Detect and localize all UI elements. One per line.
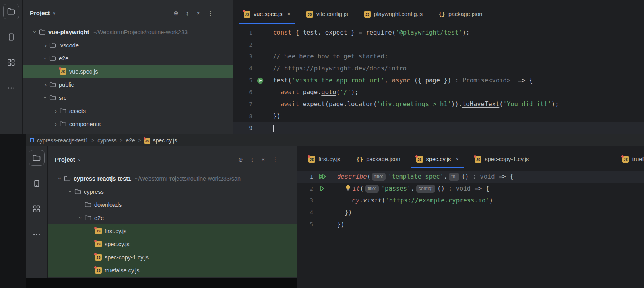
tool-button-project-folder[interactable] [3, 4, 19, 19]
tree-item-src[interactable]: ›src [23, 91, 233, 104]
tab-spec-copy-1.cy.js[interactable]: JSspec-copy-1.cy.js [467, 146, 537, 168]
line-number: 4 [233, 65, 252, 72]
tree-item-label: vue-playwright [48, 29, 89, 35]
chevron-open-icon[interactable]: › [32, 28, 39, 36]
tool-button-modules[interactable] [3, 54, 19, 70]
tree-item-spec.cy.js[interactable]: JSspec.cy.js [48, 237, 297, 251]
gutter-run-test[interactable] [252, 77, 268, 84]
code-line-5[interactable]: 5}) [297, 218, 644, 230]
bottom-code-editor[interactable]: 1describe(title:'template spec',fn:() : … [297, 168, 644, 288]
tree-item-cypress-reactjs-test1[interactable]: ›cypress-reactjs-test1~/WebstormProjects… [48, 172, 297, 185]
breadcrumb-item-e2e[interactable]: e2e [126, 137, 135, 144]
chevron-closed-icon[interactable]: › [42, 42, 49, 49]
tab-vue.spec.js[interactable]: JSvue.spec.js× [236, 0, 299, 24]
tree-item-first.cy.js[interactable]: JSfirst.cy.js [48, 224, 297, 237]
chevron-open-icon[interactable]: › [78, 214, 84, 222]
tree-item-public[interactable]: ›public [23, 78, 233, 91]
tree-item-downloads[interactable]: downloads [48, 198, 297, 211]
tree-item-label: assets [69, 108, 86, 114]
close-icon[interactable]: × [456, 156, 459, 162]
tree-item-label: e2e [94, 215, 104, 221]
tool-button-more[interactable] [3, 80, 19, 96]
breadcrumb-item-cypress[interactable]: cypress [97, 137, 116, 144]
tree-item-label: cypress [84, 189, 104, 195]
tree-item-vue-playwright[interactable]: ›vue-playwright~/WebstormProjects/routin… [23, 25, 233, 39]
code-line-3[interactable]: 3// See here how to get started: [233, 51, 644, 62]
tab-spec.cy.js[interactable]: JSspec.cy.js× [408, 146, 467, 168]
tree-item-e2e[interactable]: ›e2e [48, 211, 297, 224]
tab-first.cy.js[interactable]: JSfirst.cy.js [301, 146, 348, 168]
chevron-open-icon[interactable]: › [57, 175, 64, 182]
tree-item-assets[interactable]: ›assets [23, 104, 233, 117]
project-view-title: Project [30, 10, 50, 16]
tab-package.json[interactable]: {}package.json [348, 146, 408, 168]
code-line-3[interactable]: 3 cy.visit('https://example.cypress.io') [297, 195, 644, 206]
chevron-closed-icon[interactable]: › [52, 107, 60, 114]
chevron-open-icon[interactable]: › [67, 188, 74, 195]
code-line-7[interactable]: 7 await expect(page.locator('div.greetin… [233, 98, 644, 110]
collapse-icon[interactable]: × [196, 10, 200, 16]
code-line-2[interactable]: 2 [233, 39, 644, 51]
tree-item-components[interactable]: ›components [23, 117, 233, 130]
hide-icon[interactable]: — [286, 156, 292, 162]
code-line-4[interactable]: 4// https://playwright.dev/docs/intro [233, 62, 644, 74]
tool-button-project-folder[interactable] [29, 150, 45, 166]
options-icon[interactable]: ⋮ [272, 156, 278, 162]
code-line-5[interactable]: 5test('visits the app root url', async (… [233, 74, 644, 86]
project-view-selector[interactable]: Project ∨ [30, 10, 56, 16]
tree-item-spec-copy-1.cy.js[interactable]: JSspec-copy-1.cy.js [48, 251, 297, 264]
locate-icon[interactable]: ⊕ [173, 10, 178, 16]
code-line-1[interactable]: 1describe(title:'template spec',fn:() : … [297, 171, 644, 183]
tree-item-e2e[interactable]: ›e2e [23, 52, 233, 65]
tool-button-modules[interactable] [29, 201, 45, 217]
expand-icon[interactable]: ↕ [251, 156, 254, 162]
tab-vite.config.js[interactable]: JSvite.config.js [299, 0, 356, 24]
tree-item-cypress[interactable]: ›cypress [48, 185, 297, 198]
more-icon [32, 230, 41, 239]
code-text: }) [268, 113, 281, 120]
code-line-2[interactable]: 2 it(title:'passes',config:() : void => … [297, 183, 644, 195]
tab-playwright.config.js[interactable]: JSplaywright.config.js [356, 0, 431, 24]
code-text: }) [332, 221, 345, 228]
breadcrumb-item-cypress-reactjs-test1[interactable]: cypress-reactjs-test1 [30, 137, 88, 144]
tool-button-more[interactable] [29, 226, 45, 242]
tree-item-.vscode[interactable]: ›.vscode [23, 39, 233, 52]
top-code-editor[interactable]: 1const { test, expect } = require('@play… [233, 24, 644, 134]
line-number: 3 [233, 53, 252, 60]
tool-button-device[interactable] [29, 175, 45, 191]
breadcrumb-item-spec.cy.js[interactable]: JSspec.cy.js [144, 137, 177, 144]
tool-button-device[interactable] [3, 29, 19, 45]
line-number: 2 [233, 41, 252, 48]
breadcrumb-label: e2e [126, 137, 135, 144]
options-icon[interactable]: ⋮ [208, 10, 213, 16]
locate-icon[interactable]: ⊕ [238, 156, 243, 162]
js-test-file-icon: JS [95, 228, 102, 234]
chevron-closed-icon[interactable]: › [42, 81, 49, 88]
tree-item-label: components [69, 121, 101, 127]
code-line-6[interactable]: 6 await page.goto('/'); [233, 86, 644, 98]
hide-icon[interactable]: — [221, 10, 227, 16]
code-text: await expect(page.locator('div.greetings… [268, 101, 559, 108]
tab-truefalse.cy.js[interactable]: JStruefalse.cy.js [614, 146, 644, 168]
code-line-9[interactable]: 9 [233, 122, 644, 134]
expand-icon[interactable]: ↕ [186, 10, 189, 16]
close-icon[interactable]: × [287, 11, 291, 17]
window-bottom-edge [26, 278, 297, 288]
chevron-open-icon[interactable]: › [42, 54, 49, 62]
json-file-icon: {} [356, 156, 363, 162]
code-line-8[interactable]: 8}) [233, 110, 644, 122]
gutter-run[interactable] [313, 185, 332, 192]
chevron-open-icon[interactable]: › [42, 94, 49, 101]
tree-item-truefalse.cy.js[interactable]: JStruefalse.cy.js [48, 264, 297, 277]
tree-item-vue.spec.js[interactable]: JSvue.spec.js [23, 65, 233, 78]
device-icon [7, 33, 16, 41]
code-line-1[interactable]: 1const { test, expect } = require('@play… [233, 27, 644, 39]
code-line-4[interactable]: 4 }) [297, 206, 644, 218]
bottom-project-panel: Project ∨ ⊕↕×⋮— ›cypress-reactjs-test1~/… [48, 146, 297, 288]
tab-package.json[interactable]: {}package.json [431, 0, 490, 24]
gutter-run-all[interactable] [313, 173, 332, 180]
collapse-icon[interactable]: × [261, 156, 265, 162]
chevron-closed-icon[interactable]: › [52, 121, 60, 127]
project-view-selector[interactable]: Project ∨ [55, 156, 81, 163]
tab-label: spec.cy.js [426, 156, 451, 162]
